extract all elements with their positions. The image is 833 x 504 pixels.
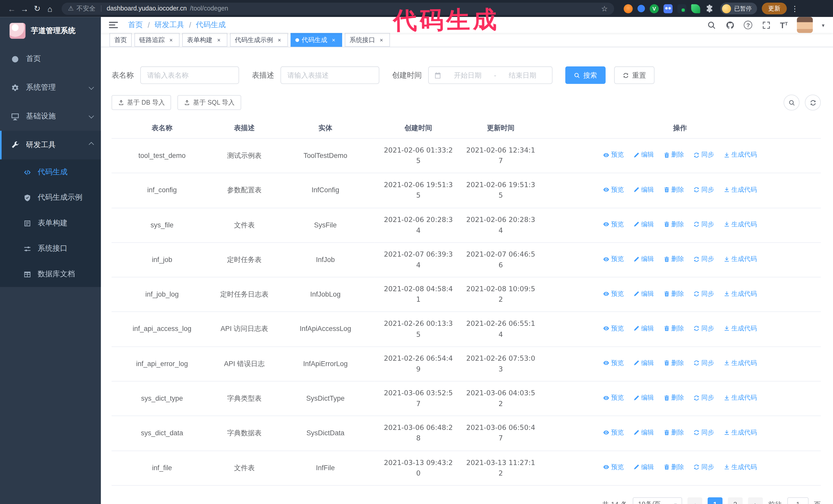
sidebar-item-dev-tools[interactable]: 研发工具 <box>0 131 101 160</box>
preview-link[interactable]: 预览 <box>603 289 624 299</box>
search-icon[interactable] <box>707 20 716 30</box>
address-bar[interactable]: ⚠ 不安全 dashboard.yudao.iocoder.cn /tool/c… <box>62 2 614 15</box>
extension-icon-people[interactable] <box>664 4 672 13</box>
app-logo[interactable]: 芋道管理系统 <box>0 17 101 45</box>
generate-code-link[interactable]: 生成代码 <box>723 150 757 160</box>
avatar-caret-icon[interactable]: ▾ <box>822 22 824 28</box>
preview-link[interactable]: 预览 <box>603 428 624 438</box>
sidebar-item-db-doc[interactable]: 数据库文档 <box>0 262 101 287</box>
tab-form-builder[interactable]: 表单构建 × <box>182 33 227 47</box>
sync-link[interactable]: 同步 <box>693 185 714 195</box>
edit-link[interactable]: 编辑 <box>633 462 654 472</box>
sidebar-item-system-management[interactable]: 系统管理 <box>0 73 101 102</box>
close-icon[interactable]: × <box>378 36 385 44</box>
user-avatar[interactable] <box>797 17 813 33</box>
generate-code-link[interactable]: 生成代码 <box>723 289 757 299</box>
sync-link[interactable]: 同步 <box>693 323 714 334</box>
generate-code-link[interactable]: 生成代码 <box>723 219 757 230</box>
edit-link[interactable]: 编辑 <box>633 289 654 299</box>
tab-tracing[interactable]: 链路追踪 × <box>134 33 180 47</box>
browser-home-icon[interactable]: ⌂ <box>44 2 56 15</box>
preview-link[interactable]: 预览 <box>603 358 624 368</box>
preview-link[interactable]: 预览 <box>603 219 624 230</box>
edit-link[interactable]: 编辑 <box>633 185 654 195</box>
toggle-search-button[interactable] <box>784 95 800 111</box>
edit-link[interactable]: 编辑 <box>633 254 654 264</box>
security-warning[interactable]: ⚠ 不安全 <box>68 4 95 13</box>
extension-icon-green-v[interactable] <box>650 4 659 13</box>
breadcrumb-dev-tools[interactable]: 研发工具 <box>154 20 184 30</box>
generate-code-link[interactable]: 生成代码 <box>723 393 757 403</box>
sidebar-item-home[interactable]: 首页 <box>0 45 101 73</box>
sync-link[interactable]: 同步 <box>693 462 714 472</box>
refresh-table-button[interactable] <box>805 95 821 111</box>
date-range-picker[interactable]: 开始日期 - 结束日期 <box>428 66 553 84</box>
tab-codegen[interactable]: 代码生成 × <box>291 33 342 47</box>
font-size-icon[interactable]: TT <box>780 21 788 29</box>
sidebar-item-form-builder[interactable]: 表单构建 <box>0 211 101 236</box>
extension-icon-blue[interactable] <box>638 5 645 12</box>
import-sql-button[interactable]: 基于 SQL 导入 <box>177 95 241 110</box>
delete-link[interactable]: 删除 <box>663 393 684 403</box>
preview-link[interactable]: 预览 <box>603 462 624 472</box>
tab-system-api[interactable]: 系统接口 × <box>345 33 390 47</box>
fullscreen-icon[interactable] <box>761 20 771 30</box>
extension-icon-dark[interactable] <box>677 4 686 13</box>
reset-button[interactable]: 重置 <box>614 66 654 84</box>
page-button-2[interactable]: 2 <box>728 497 743 504</box>
bookmark-star-icon[interactable]: ☆ <box>601 4 608 13</box>
extension-icon-leaf[interactable] <box>691 4 700 13</box>
delete-link[interactable]: 删除 <box>663 150 684 160</box>
generate-code-link[interactable]: 生成代码 <box>723 428 757 438</box>
github-icon[interactable] <box>725 20 735 30</box>
breadcrumb-home[interactable]: 首页 <box>128 20 143 30</box>
close-icon[interactable]: × <box>276 36 283 44</box>
sync-link[interactable]: 同步 <box>693 289 714 299</box>
edit-link[interactable]: 编辑 <box>633 323 654 334</box>
generate-code-link[interactable]: 生成代码 <box>723 185 757 195</box>
preview-link[interactable]: 预览 <box>603 185 624 195</box>
extension-icon-orange[interactable] <box>624 4 633 13</box>
page-button-1[interactable]: 1 <box>708 497 722 504</box>
table-desc-input[interactable] <box>280 66 379 84</box>
extensions-puzzle-icon[interactable] <box>705 4 714 13</box>
delete-link[interactable]: 删除 <box>663 323 684 334</box>
generate-code-link[interactable]: 生成代码 <box>723 254 757 264</box>
edit-link[interactable]: 编辑 <box>633 393 654 403</box>
edit-link[interactable]: 编辑 <box>633 150 654 160</box>
tab-codegen-example[interactable]: 代码生成示例 × <box>230 33 288 47</box>
hamburger-icon[interactable] <box>101 22 126 28</box>
close-icon[interactable]: × <box>167 36 175 44</box>
generate-code-link[interactable]: 生成代码 <box>723 323 757 334</box>
sidebar-item-codegen[interactable]: 代码生成 <box>0 160 101 185</box>
goto-page-input[interactable] <box>787 497 809 504</box>
sync-link[interactable]: 同步 <box>693 254 714 264</box>
preview-link[interactable]: 预览 <box>603 254 624 264</box>
edit-link[interactable]: 编辑 <box>633 219 654 230</box>
sync-link[interactable]: 同步 <box>693 358 714 368</box>
browser-forward-icon[interactable]: → <box>18 2 31 15</box>
delete-link[interactable]: 删除 <box>663 428 684 438</box>
browser-reload-icon[interactable]: ↻ <box>31 2 44 15</box>
preview-link[interactable]: 预览 <box>603 323 624 334</box>
delete-link[interactable]: 删除 <box>663 358 684 368</box>
generate-code-link[interactable]: 生成代码 <box>723 462 757 472</box>
edit-link[interactable]: 编辑 <box>633 358 654 368</box>
generate-code-link[interactable]: 生成代码 <box>723 358 757 368</box>
browser-back-icon[interactable]: ← <box>5 2 18 15</box>
preview-link[interactable]: 预览 <box>603 150 624 160</box>
delete-link[interactable]: 删除 <box>663 219 684 230</box>
sync-link[interactable]: 同步 <box>693 219 714 230</box>
edit-link[interactable]: 编辑 <box>633 428 654 438</box>
import-db-button[interactable]: 基于 DB 导入 <box>112 95 171 110</box>
help-icon[interactable]: ? <box>744 21 752 29</box>
browser-profile-chip[interactable]: 已暂停 <box>720 3 757 14</box>
table-name-input[interactable] <box>140 66 239 84</box>
sync-link[interactable]: 同步 <box>693 393 714 403</box>
tab-home[interactable]: 首页 <box>110 33 132 47</box>
sidebar-item-codegen-example[interactable]: 代码生成示例 <box>0 185 101 210</box>
browser-update-button[interactable]: 更新 <box>762 3 787 14</box>
browser-menu-icon[interactable]: ⋮ <box>791 4 799 13</box>
sidebar-item-system-api[interactable]: 系统接口 <box>0 236 101 261</box>
prev-page-button[interactable]: ‹ <box>687 497 702 504</box>
